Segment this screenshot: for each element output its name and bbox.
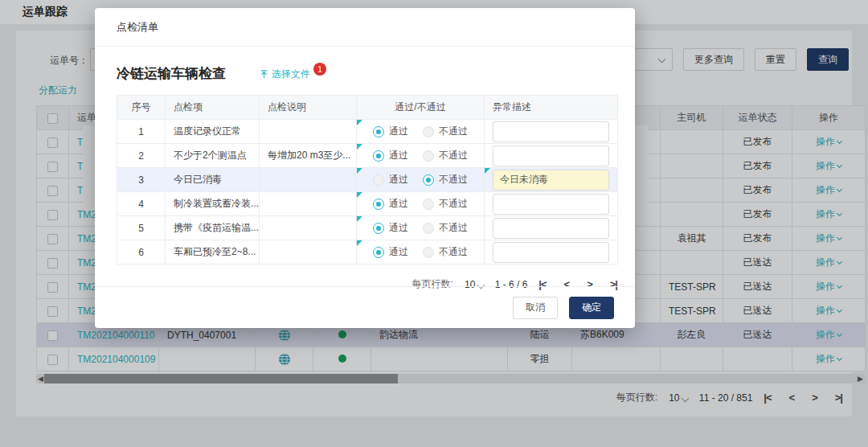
- inspection-modal: 点检清单 冷链运输车辆检查 选择文件 1: [95, 8, 635, 328]
- inspection-desc-cell: [260, 120, 357, 144]
- inspection-item-cell: 不少于2个测温点: [166, 144, 260, 168]
- inspection-desc-cell: [260, 216, 357, 240]
- inspection-item-cell: 温度记录仪正常: [166, 120, 260, 144]
- row-number-cell: 1: [117, 120, 166, 144]
- fail-radio[interactable]: [423, 174, 434, 186]
- screen: 运单跟踪 运单号： 更多查询 重置 查询 分配运力 绑: [0, 0, 868, 447]
- abnormal-desc-cell: [485, 216, 618, 240]
- modal-title: 点检清单: [117, 20, 158, 35]
- abnormal-desc-cell: [485, 120, 618, 144]
- pass-fail-cell: 通过 不通过: [357, 216, 485, 240]
- pass-radio[interactable]: [373, 199, 384, 210]
- fail-radio[interactable]: [423, 150, 434, 162]
- fail-option[interactable]: 不通过: [423, 149, 468, 162]
- inspection-item-cell: 制冷装置或蓄冷装...: [166, 192, 260, 216]
- abnormal-desc-cell: [485, 240, 618, 265]
- row-number-cell: 6: [117, 240, 166, 265]
- col-item: 点检项: [166, 96, 260, 120]
- abnormal-desc-input[interactable]: [493, 121, 609, 142]
- fail-option[interactable]: 不通过: [423, 197, 468, 211]
- abnormal-desc-cell: [485, 168, 618, 192]
- col-note: 异常描述: [485, 96, 618, 120]
- upload-icon: [260, 70, 268, 79]
- pass-fail-cell: 通过 不通过: [357, 192, 485, 216]
- inspection-item-cell: 携带《疫苗运输温...: [166, 216, 260, 240]
- section-title: 冷链运输车辆检查: [117, 64, 226, 83]
- checklist-row: 3 今日已消毒 通过 不通过: [117, 168, 618, 192]
- inspection-desc-cell: [260, 240, 357, 265]
- pass-radio[interactable]: [373, 126, 384, 137]
- abnormal-desc-cell: [485, 192, 618, 216]
- row-number-cell: 2: [117, 144, 166, 168]
- abnormal-desc-input[interactable]: [493, 146, 609, 166]
- pass-radio[interactable]: [373, 150, 384, 162]
- cancel-button[interactable]: 取消: [513, 297, 558, 319]
- fail-radio[interactable]: [423, 223, 434, 234]
- abnormal-desc-cell: [485, 144, 618, 168]
- pass-option[interactable]: 通过: [373, 245, 408, 259]
- pass-fail-cell: 通过 不通过: [357, 240, 485, 265]
- inspection-desc-cell: [260, 192, 357, 216]
- inspection-item-cell: 今日已消毒: [166, 168, 260, 192]
- abnormal-desc-input[interactable]: [493, 242, 609, 263]
- abnormal-desc-input[interactable]: [493, 194, 609, 215]
- fail-option[interactable]: 不通过: [423, 221, 468, 235]
- pass-option[interactable]: 通过: [373, 125, 408, 138]
- inspection-item-cell: 车厢已预冷至2~8...: [166, 240, 260, 265]
- fail-radio[interactable]: [423, 247, 434, 258]
- checklist-header-row: 序号 点检项 点检说明 通过/不通过 异常描述: [117, 96, 618, 120]
- checklist-row: 1 温度记录仪正常 通过 不通过: [117, 120, 618, 144]
- pass-radio[interactable]: [373, 247, 384, 258]
- modal-header: 点检清单: [95, 8, 635, 47]
- col-no: 序号: [117, 96, 166, 120]
- pass-option[interactable]: 通过: [373, 149, 408, 162]
- col-desc: 点检说明: [260, 96, 357, 120]
- fail-option[interactable]: 不通过: [423, 125, 468, 138]
- fail-option[interactable]: 不通过: [423, 173, 468, 187]
- fail-option[interactable]: 不通过: [423, 245, 468, 259]
- row-number-cell: 3: [117, 168, 166, 192]
- file-count-badge: 1: [313, 63, 326, 76]
- pass-fail-cell: 通过 不通过: [357, 120, 485, 144]
- inspection-desc-cell: [260, 168, 357, 192]
- pass-option[interactable]: 通过: [373, 221, 408, 235]
- pass-radio[interactable]: [373, 223, 384, 234]
- checklist-table: 序号 点检项 点检说明 通过/不通过 异常描述 1 温度记录仪正常: [117, 95, 618, 265]
- checklist-row: 6 车厢已预冷至2~8... 通过 不通过: [117, 240, 618, 265]
- abnormal-desc-input[interactable]: [493, 218, 609, 239]
- choose-file-link[interactable]: 选择文件: [260, 68, 310, 81]
- row-number-cell: 5: [117, 216, 166, 240]
- pass-option[interactable]: 通过: [373, 197, 408, 211]
- confirm-button[interactable]: 确定: [569, 297, 614, 319]
- abnormal-desc-input[interactable]: [493, 170, 609, 191]
- row-number-cell: 4: [117, 192, 166, 216]
- fail-radio[interactable]: [423, 199, 434, 210]
- pass-radio[interactable]: [373, 174, 384, 186]
- pass-fail-cell: 通过 不通过: [357, 144, 485, 168]
- modal-footer: 取消 确定: [95, 286, 635, 328]
- pass-fail-cell: 通过 不通过: [357, 168, 485, 192]
- col-pass-fail: 通过/不通过: [357, 96, 485, 120]
- pass-option[interactable]: 通过: [373, 173, 408, 187]
- inspection-desc-cell: 每增加20 m3至少...: [260, 144, 357, 168]
- checklist-row: 4 制冷装置或蓄冷装... 通过 不通过: [117, 192, 618, 216]
- checklist-row: 2 不少于2个测温点 每增加20 m3至少... 通过 不通过: [117, 144, 618, 168]
- fail-radio[interactable]: [423, 126, 434, 137]
- checklist-row: 5 携带《疫苗运输温... 通过 不通过: [117, 216, 618, 240]
